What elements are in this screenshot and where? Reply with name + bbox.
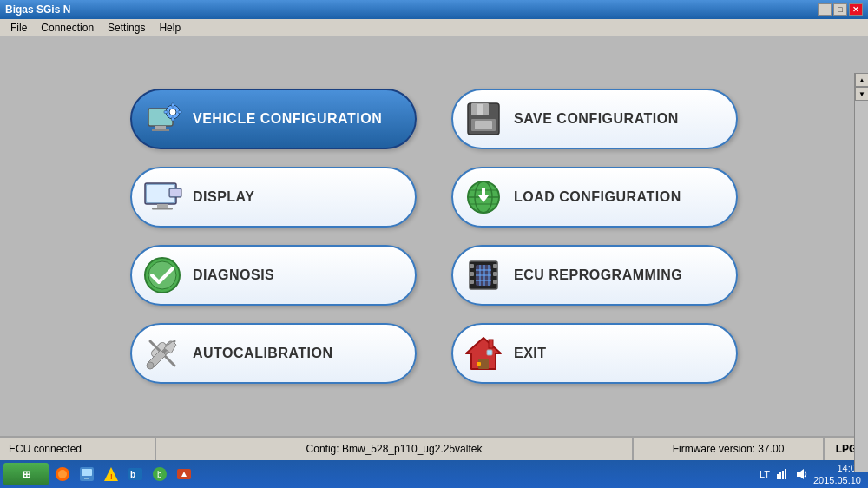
svg-rect-30 <box>470 264 474 268</box>
menu-bar: File Connection Settings Help <box>0 19 868 36</box>
autocalibration-icon <box>136 327 188 379</box>
taskbar-icon-6[interactable] <box>174 464 194 485</box>
main-content: ▲ ▼ <box>0 36 868 436</box>
buttons-grid: VEHICLE CONFIGURATION SAVE CONFIGURATION <box>113 71 755 401</box>
svg-rect-1 <box>155 126 166 129</box>
save-configuration-label: SAVE CONFIGURATION <box>514 111 679 127</box>
svg-rect-34 <box>493 272 497 276</box>
svg-rect-68 <box>782 471 784 479</box>
svg-rect-35 <box>493 280 497 284</box>
svg-text:b: b <box>130 470 135 479</box>
start-label: ⊞ <box>23 469 30 480</box>
diagnosis-button[interactable]: DIAGNOSIS <box>130 245 417 306</box>
svg-rect-2 <box>152 129 169 131</box>
maximize-button[interactable]: □ <box>833 3 847 16</box>
ecu-reprogramming-button[interactable]: ECU REPROGRAMMING <box>451 245 738 306</box>
svg-rect-51 <box>489 340 493 348</box>
ecu-icon <box>457 249 510 301</box>
load-icon <box>457 171 510 223</box>
taskbar-icon-4[interactable]: b <box>125 464 146 485</box>
start-button[interactable]: ⊞ <box>3 463 49 485</box>
ecu-status: ECU connected <box>0 438 156 460</box>
window-controls: — □ ✕ <box>818 3 863 16</box>
svg-rect-16 <box>157 204 168 208</box>
title-bar: Bigas SGis N — □ ✕ <box>0 0 868 19</box>
taskbar-icon-5[interactable]: b <box>149 464 170 485</box>
svg-rect-31 <box>470 272 474 276</box>
svg-text:b: b <box>157 470 162 479</box>
svg-rect-8 <box>178 111 181 114</box>
save-icon <box>457 93 510 145</box>
minimize-button[interactable]: — <box>818 3 832 16</box>
svg-rect-56 <box>82 469 92 476</box>
svg-rect-69 <box>785 469 786 479</box>
display-icon <box>136 171 188 223</box>
vehicle-configuration-label: VEHICLE CONFIGURATION <box>193 111 382 127</box>
svg-rect-19 <box>170 189 181 196</box>
autocalibration-button[interactable]: AUTOCALIBRATION <box>130 323 417 384</box>
vehicle-icon <box>136 93 188 145</box>
svg-rect-52 <box>477 362 481 366</box>
vehicle-configuration-button[interactable]: VEHICLE CONFIGURATION <box>130 89 417 149</box>
svg-marker-70 <box>797 469 804 479</box>
load-configuration-label: LOAD CONFIGURATION <box>514 189 681 205</box>
svg-point-47 <box>147 362 154 369</box>
svg-rect-33 <box>493 264 497 268</box>
svg-rect-57 <box>84 478 89 479</box>
svg-point-4 <box>169 109 176 115</box>
svg-rect-17 <box>152 208 173 210</box>
taskbar-right: LT 14:05 2015.05.10 <box>760 462 865 487</box>
volume-icon <box>794 467 808 481</box>
diagnosis-label: DIAGNOSIS <box>193 267 274 283</box>
svg-rect-5 <box>172 103 174 107</box>
clock-date: 2015.05.10 <box>813 474 861 486</box>
svg-rect-7 <box>164 111 168 114</box>
network-icon <box>775 467 789 481</box>
autocalibration-label: AUTOCALIBRATION <box>193 346 333 361</box>
svg-text:!: ! <box>110 472 113 481</box>
taskbar-icon-1[interactable] <box>52 464 73 485</box>
config-status-text: Config: Bmw_528_p110_ug2.25valtek <box>306 443 483 455</box>
save-configuration-button[interactable]: SAVE CONFIGURATION <box>451 89 738 149</box>
scroll-down-button[interactable]: ▼ <box>855 87 868 101</box>
taskbar: ⊞ ! b b LT 14:05 2015.05.10 <box>0 460 868 488</box>
status-bar: ECU connected Config: Bmw_528_p110_ug2.2… <box>0 436 868 460</box>
svg-rect-13 <box>475 121 492 129</box>
svg-rect-32 <box>470 280 474 284</box>
svg-rect-66 <box>777 474 779 479</box>
ecu-reprogramming-label: ECU REPROGRAMMING <box>514 267 682 283</box>
exit-button[interactable]: EXIT <box>451 323 738 384</box>
scrollbar[interactable]: ▲ ▼ <box>854 73 868 472</box>
firmware-status: Firmware version: 37.00 <box>634 438 825 460</box>
menu-file[interactable]: File <box>3 19 34 36</box>
svg-rect-11 <box>477 104 483 115</box>
menu-settings[interactable]: Settings <box>101 19 152 36</box>
scroll-up-button[interactable]: ▲ <box>855 73 868 87</box>
display-label: DISPLAY <box>193 189 254 205</box>
svg-rect-26 <box>482 188 485 196</box>
firmware-status-text: Firmware version: 37.00 <box>673 443 785 455</box>
exit-icon <box>457 327 510 379</box>
language-indicator: LT <box>760 469 770 479</box>
window-title: Bigas SGis N <box>5 3 70 16</box>
taskbar-icon-3[interactable]: ! <box>101 464 122 485</box>
svg-rect-67 <box>779 472 781 479</box>
svg-point-54 <box>58 470 67 478</box>
ecu-status-text: ECU connected <box>9 443 82 455</box>
diagnosis-icon <box>136 249 188 301</box>
exit-label: EXIT <box>514 346 547 361</box>
svg-rect-50 <box>487 350 492 355</box>
menu-help[interactable]: Help <box>152 19 187 36</box>
taskbar-icon-2[interactable] <box>76 464 97 485</box>
config-status: Config: Bmw_528_p110_ug2.25valtek <box>156 438 634 460</box>
display-button[interactable]: DISPLAY <box>130 167 417 228</box>
svg-rect-6 <box>172 117 174 121</box>
menu-connection[interactable]: Connection <box>34 19 101 36</box>
close-button[interactable]: ✕ <box>849 3 863 16</box>
load-configuration-button[interactable]: LOAD CONFIGURATION <box>451 167 738 228</box>
